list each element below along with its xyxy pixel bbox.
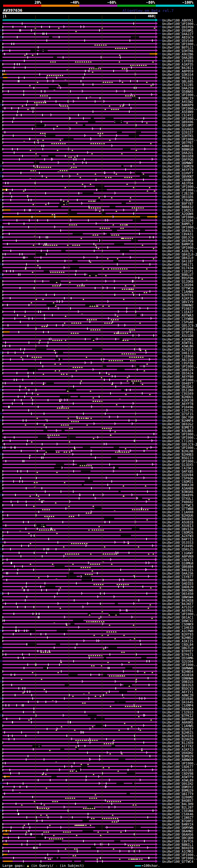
strand-arrowhead-icon [156,412,158,415]
segment-tick [17,63,18,65]
direction-chevron-icon [56,429,58,432]
ruler-gridline [135,16,135,862]
direction-chevron-icon [58,602,59,605]
segment-tick [56,548,56,550]
segment-tick [12,26,13,28]
segment-tick [123,670,124,673]
strand-arrowhead-icon [156,537,158,540]
segment-tick [16,803,16,805]
segment-tick [75,647,75,649]
segment-tick [40,267,40,269]
direction-chevron-icon [72,453,74,456]
strand-arrowhead-icon [156,646,158,649]
segment-tick [123,253,124,255]
direction-chevron-icon [103,358,105,361]
direction-chevron-icon [152,463,154,466]
segment-tick [46,253,46,255]
segment-tick [2,134,3,137]
segment-tick [4,620,5,622]
segment-tick [2,124,3,126]
alignment-bar [2,474,156,475]
strand-arrowhead-icon [156,860,158,863]
segment-tick [48,202,49,205]
gap-line [112,230,117,231]
segment-tick [2,453,3,456]
segment-tick [45,582,45,584]
low-score-lead-segment [3,77,7,78]
segment-tick [10,199,11,201]
segment-tick [74,599,74,601]
gap-line [46,304,56,305]
segment-tick [75,803,76,805]
strand-arrowhead-icon [156,799,158,802]
segment-tick [2,796,3,798]
direction-chevron-icon [106,409,108,412]
segment-tick [5,182,6,184]
segment-tick [70,90,71,92]
segment-tick [26,735,26,737]
strand-arrowhead-icon [156,429,158,432]
segment-tick [42,175,42,177]
segment-tick [2,714,3,716]
segment-tick [37,450,38,452]
strand-arrowhead-icon [156,168,158,171]
gap-line [58,206,61,207]
direction-chevron-icon [115,313,117,316]
strand-arrowhead-icon [156,805,158,809]
gap-line [34,162,39,163]
segment-tick [27,355,28,357]
direction-chevron-icon [47,80,48,83]
direction-chevron-icon [102,286,104,289]
segment-tick [130,331,131,333]
alignment-bar [2,793,156,794]
segment-tick [29,830,29,832]
segment-tick [109,379,110,381]
segment-tick [48,341,48,344]
segment-tick [4,443,5,445]
alignment-bar [2,548,156,550]
label-connector [158,396,162,397]
gap-line [136,366,139,367]
alignment-bar [2,718,156,719]
alignment-bar [2,447,156,448]
segment-tick [20,287,20,289]
segment-tick [103,694,104,696]
segment-tick [133,23,134,25]
strand-arrowhead-icon [156,588,158,591]
direction-chevron-icon [139,307,141,310]
segment-tick [19,77,19,79]
label-connector [158,610,162,611]
segment-tick [38,311,39,313]
strand-arrowhead-icon [156,738,158,741]
segment-tick [153,809,153,812]
segment-tick [92,467,92,469]
segment-tick [27,786,27,788]
segment-tick [28,324,28,327]
segment-tick [134,735,135,737]
segment-tick [41,487,42,489]
direction-chevron-icon [114,280,116,283]
label-connector [158,342,161,343]
strand-arrowhead-icon [156,727,158,731]
label-connector [158,813,162,814]
segment-tick [2,823,3,825]
segment-tick [146,538,147,540]
alignment-bar [2,107,156,109]
query-accession: AV397636 [3,8,23,12]
segment-tick [25,687,25,689]
label-connector [158,671,161,672]
strand-arrowhead-icon [156,520,158,523]
segment-tick [134,576,135,578]
alignment-bar [2,504,156,505]
alignment-bar [2,667,156,669]
strand-arrowhead-icon [156,151,158,154]
segment-tick [15,694,15,696]
segment-tick [154,433,154,435]
strand-arrowhead-icon [156,530,158,534]
segment-tick [36,514,36,516]
segment-tick [137,80,138,82]
strand-arrowhead-icon [156,449,158,452]
direction-chevron-icon [115,680,117,683]
segment-tick [27,691,28,693]
alignment-bar [2,131,156,133]
